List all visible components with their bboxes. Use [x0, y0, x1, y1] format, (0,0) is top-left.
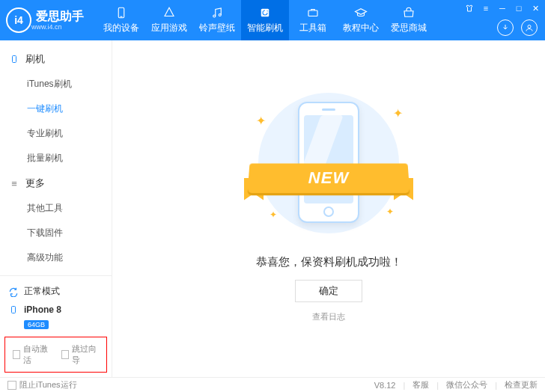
highlighted-options: 自动激活 跳过向导: [4, 337, 107, 373]
nav-label: 我的设备: [103, 22, 139, 34]
app-logo: i4 爱思助手 www.i4.cn: [6, 7, 84, 33]
phone-tiny-icon: [7, 304, 19, 316]
checkbox-icon: [13, 350, 20, 359]
logo-icon: i4: [6, 7, 31, 33]
titlebar: i4 爱思助手 www.i4.cn 我的设备 应用游戏 铃声壁纸 智能刷机 工具…: [0, 0, 545, 40]
toolbox-icon: [306, 6, 320, 19]
shirt-icon[interactable]: [464, 3, 475, 13]
refresh-small-icon: [7, 286, 19, 298]
checkbox-label: 跳过向导: [72, 343, 99, 366]
graduation-icon: [354, 6, 368, 19]
svg-rect-4: [261, 9, 270, 17]
status-bar: 阻止iTunes运行 V8.12 | 客服 | 微信公众号 | 检查更新: [0, 377, 545, 392]
header-right: [497, 19, 538, 36]
refresh-icon: [258, 6, 272, 19]
window-controls: ≡ ─ □ ✕: [464, 3, 541, 13]
svg-point-3: [219, 14, 221, 16]
nav-apps-games[interactable]: 应用游戏: [145, 0, 193, 40]
main-content: ✦ ✦ ✦ ✦ NEW 恭喜您，保资料刷机成功啦！ 确定 查看日志: [112, 40, 545, 377]
ok-button[interactable]: 确定: [295, 280, 362, 302]
ribbon-text: NEW: [308, 168, 350, 188]
store-icon: [402, 6, 415, 19]
sidebar-item-batch-flash[interactable]: 批量刷机: [0, 146, 112, 171]
menu-icon[interactable]: ≡: [481, 3, 491, 13]
nav-toolbox[interactable]: 工具箱: [289, 0, 337, 40]
checkbox-icon: [61, 350, 69, 359]
checkbox-auto-activate[interactable]: 自动激活: [13, 343, 51, 366]
app-url: www.i4.cn: [31, 23, 84, 31]
device-mode-row[interactable]: 正常模式: [7, 282, 104, 301]
nav-label: 教程中心: [343, 22, 379, 34]
menu-small-icon: ≡: [9, 178, 19, 189]
download-button[interactable]: [497, 19, 514, 36]
close-icon[interactable]: ✕: [530, 3, 541, 13]
separator: |: [495, 381, 497, 390]
nav-store[interactable]: 爱思商城: [385, 0, 433, 40]
sidebar-item-pro-flash[interactable]: 专业刷机: [0, 121, 112, 146]
nav-label: 铃声壁纸: [199, 22, 235, 34]
nav-label: 工具箱: [299, 22, 326, 34]
svg-point-2: [213, 15, 216, 17]
sidebar-item-other-tools[interactable]: 其他工具: [0, 196, 112, 221]
group-label: 刷机: [25, 52, 45, 66]
sidebar-group-more[interactable]: ≡ 更多: [0, 171, 112, 196]
nav-label: 应用游戏: [151, 22, 187, 34]
sidebar-item-advanced[interactable]: 高级功能: [0, 245, 112, 270]
checkbox-label: 阻止iTunes运行: [19, 379, 77, 391]
device-row[interactable]: iPhone 8: [7, 301, 104, 319]
version-label: V8.12: [374, 381, 396, 390]
sidebar-item-download-firmware[interactable]: 下载固件: [0, 221, 112, 245]
separator: |: [403, 381, 405, 390]
nav-my-device[interactable]: 我的设备: [97, 0, 145, 40]
view-log-link[interactable]: 查看日志: [312, 311, 345, 322]
device-name: iPhone 8: [24, 304, 61, 315]
checkbox-label: 自动激活: [23, 343, 50, 366]
separator: |: [436, 381, 439, 390]
checkbox-block-itunes[interactable]: 阻止iTunes运行: [7, 379, 77, 391]
phone-small-icon: [9, 54, 19, 64]
sidebar: 刷机 iTunes刷机 一键刷机 专业刷机 批量刷机 ≡ 更多 其他工具 下载固…: [0, 40, 112, 377]
sidebar-item-itunes-flash[interactable]: iTunes刷机: [0, 72, 112, 97]
nav-ringtones[interactable]: 铃声壁纸: [193, 0, 241, 40]
app-body: 刷机 iTunes刷机 一键刷机 专业刷机 批量刷机 ≡ 更多 其他工具 下载固…: [0, 40, 545, 377]
mode-label: 正常模式: [24, 285, 60, 298]
svg-rect-8: [12, 307, 16, 313]
sidebar-item-oneclick-flash[interactable]: 一键刷机: [0, 97, 112, 121]
app-title: 爱思助手: [36, 10, 84, 23]
phone-icon: [115, 6, 128, 19]
logo-letters: i4: [14, 14, 23, 26]
svg-rect-7: [13, 56, 16, 63]
group-label: 更多: [25, 177, 45, 190]
checkbox-skip-wizard[interactable]: 跳过向导: [61, 343, 100, 366]
ringtone-icon: [210, 6, 224, 19]
nav-smart-flash[interactable]: 智能刷机: [241, 0, 289, 40]
sidebar-group-flash[interactable]: 刷机: [0, 46, 112, 72]
checkbox-icon: [7, 381, 16, 390]
user-button[interactable]: [521, 19, 538, 36]
svg-point-6: [528, 25, 531, 28]
sidebar-device-panel: 正常模式 iPhone 8 64GB: [0, 275, 112, 334]
maximize-icon[interactable]: □: [514, 3, 524, 13]
success-illustration: ✦ ✦ ✦ ✦ NEW: [250, 88, 407, 242]
storage-badge: 64GB: [24, 320, 49, 329]
support-link[interactable]: 客服: [412, 379, 429, 391]
success-message: 恭喜您，保资料刷机成功啦！: [256, 255, 402, 269]
main-nav: 我的设备 应用游戏 铃声壁纸 智能刷机 工具箱 教程中心 爱思商城: [97, 0, 433, 40]
appstore-icon: [162, 6, 176, 19]
check-update-link[interactable]: 检查更新: [505, 379, 538, 391]
nav-label: 智能刷机: [247, 22, 283, 34]
nav-tutorials[interactable]: 教程中心: [337, 0, 385, 40]
minimize-icon[interactable]: ─: [497, 3, 508, 13]
nav-label: 爱思商城: [391, 22, 427, 34]
wechat-link[interactable]: 微信公众号: [446, 379, 487, 391]
svg-rect-5: [308, 10, 317, 16]
